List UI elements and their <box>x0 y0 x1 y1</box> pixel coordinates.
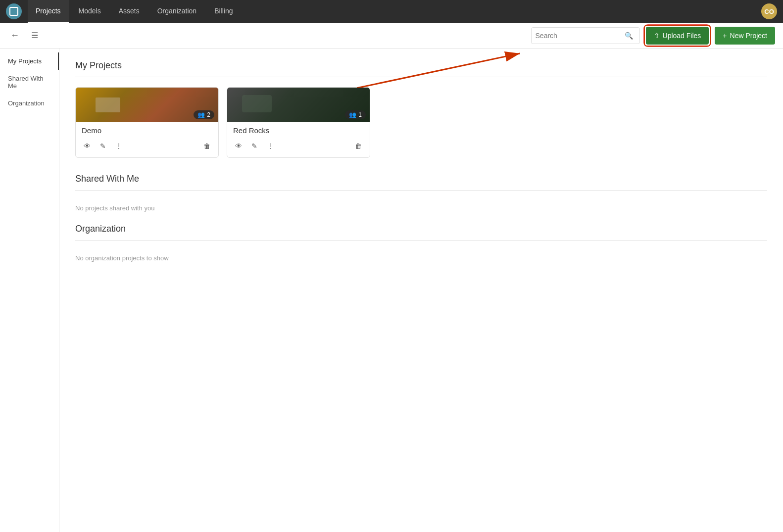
my-projects-title: My Projects <box>75 60 767 71</box>
red-rocks-more-button[interactable]: ⋮ <box>263 139 278 153</box>
demo-card-actions: 👁 ✎ ⋮ 🗑 <box>76 137 218 157</box>
back-button[interactable]: ← <box>8 29 22 43</box>
members-icon: 👥 <box>197 111 205 118</box>
search-icon[interactable]: 🔍 <box>625 32 633 40</box>
red-rocks-delete-button[interactable]: 🗑 <box>351 139 366 153</box>
members-icon-2: 👥 <box>349 111 356 118</box>
sub-header: ← ☰ 🔍 ⇧ Upload Files + New Project <box>0 23 783 48</box>
red-rocks-edit-button[interactable]: ✎ <box>247 139 262 153</box>
demo-card-title: Demo <box>76 122 218 137</box>
sidebar-item-organization[interactable]: Organization <box>0 95 59 112</box>
card-thumbnail-demo: 👥 2 <box>76 88 218 122</box>
org-empty-message: No organization projects to show <box>75 250 767 274</box>
red-rocks-card-actions: 👁 ✎ ⋮ 🗑 <box>227 137 370 157</box>
demo-view-button[interactable]: 👁 <box>80 139 95 153</box>
new-project-button[interactable]: + New Project <box>715 27 775 45</box>
organization-title: Organization <box>75 224 767 234</box>
upload-files-button[interactable]: ⇧ Upload Files <box>646 27 709 45</box>
project-card-red-rocks: 👥 1 Red Rocks 👁 ✎ ⋮ 🗑 <box>227 87 370 158</box>
sidebar: My Projects Shared With Me Organization <box>0 48 59 532</box>
list-view-icon[interactable]: ☰ <box>28 29 42 43</box>
demo-more-button[interactable]: ⋮ <box>111 139 126 153</box>
organization-divider <box>75 240 767 241</box>
demo-edit-button[interactable]: ✎ <box>96 139 110 153</box>
shared-with-me-divider <box>75 190 767 191</box>
my-projects-divider <box>75 77 767 77</box>
shared-with-me-title: Shared With Me <box>75 174 767 184</box>
main-layout: My Projects Shared With Me Organization … <box>0 48 783 532</box>
sidebar-item-shared-with-me[interactable]: Shared With Me <box>0 70 59 95</box>
demo-members-badge: 👥 2 <box>194 110 214 119</box>
search-input[interactable] <box>536 32 625 40</box>
nav-tab-organization[interactable]: Organization <box>149 0 204 23</box>
upload-button-wrapper: ⇧ Upload Files <box>646 27 709 45</box>
app-logo[interactable] <box>6 3 22 19</box>
red-rocks-card-title: Red Rocks <box>227 122 370 137</box>
nav-tab-projects[interactable]: Projects <box>28 0 69 23</box>
card-thumbnail-red-rocks: 👥 1 <box>227 88 370 122</box>
shared-empty-message: No projects shared with you <box>75 200 767 224</box>
project-card-demo: 👥 2 Demo 👁 ✎ ⋮ 🗑 <box>75 87 219 158</box>
nav-tab-models[interactable]: Models <box>71 0 109 23</box>
user-avatar[interactable]: CO <box>761 3 777 19</box>
demo-delete-button[interactable]: 🗑 <box>199 139 214 153</box>
plus-icon: + <box>723 32 727 40</box>
search-box: 🔍 <box>531 27 640 44</box>
red-rocks-members-badge: 👥 1 <box>345 110 366 119</box>
main-content: My Projects 👥 2 Demo 👁 ✎ ⋮ 🗑 <box>59 48 783 532</box>
red-rocks-view-button[interactable]: 👁 <box>231 139 246 153</box>
nav-tab-assets[interactable]: Assets <box>111 0 147 23</box>
top-navigation: Projects Models Assets Organization Bill… <box>0 0 783 23</box>
nav-tab-billing[interactable]: Billing <box>206 0 241 23</box>
sidebar-item-my-projects[interactable]: My Projects <box>0 52 59 70</box>
upload-icon: ⇧ <box>654 32 660 40</box>
project-cards-list: 👥 2 Demo 👁 ✎ ⋮ 🗑 👥 <box>75 87 767 158</box>
